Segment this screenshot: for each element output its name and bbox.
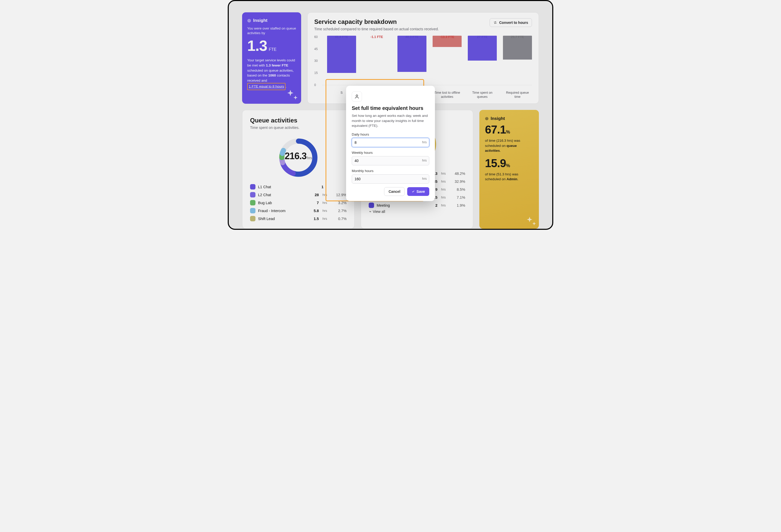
svg-point-1	[249, 20, 250, 21]
list-item: Meeting2hrs1.9%	[369, 203, 465, 208]
list-item: Fraud - Intercom5.8hrs2.7%	[250, 208, 346, 213]
chart-bar: 27 FTE	[468, 36, 497, 88]
chevron-down-icon	[369, 210, 372, 213]
sparkles-icon	[285, 88, 298, 102]
insight-value: 1.3	[247, 37, 267, 54]
monthly-hours-input[interactable]	[352, 174, 429, 183]
list-item: Shift Lead1.5hrs0.7%	[250, 216, 346, 221]
svg-point-15	[356, 95, 358, 96]
insight-overstaff-card: Insight You were over staffed on queue a…	[242, 12, 301, 104]
insight-time-card: Insight 67.1% of time (216.3 hrs) was sc…	[479, 110, 539, 229]
cancel-button[interactable]: Cancel	[384, 187, 405, 196]
chart-bar: 25.7 FTE	[503, 36, 532, 88]
chart-bar: -13.3 FTE	[433, 36, 462, 88]
service-capacity-subtitle: Time scheduled compared to time required…	[314, 27, 439, 31]
modal-description: Set how long an agent works each day, we…	[352, 113, 429, 128]
insight-subtext: You were over staffed on queue activitie…	[247, 26, 296, 35]
save-button[interactable]: Save	[407, 187, 429, 196]
fte-hours-modal: Set full time equivalent hours Set how l…	[346, 86, 435, 201]
person-icon	[352, 91, 362, 102]
service-capacity-title: Service capacity breakdown	[314, 18, 439, 26]
daily-hours-label: Daily hours	[352, 132, 429, 136]
target-icon	[247, 19, 251, 23]
modal-title: Set full time equivalent hours	[352, 105, 429, 111]
swap-icon	[493, 21, 497, 25]
sparkles-icon	[525, 215, 537, 227]
insight-body: Your target service levels could be met …	[247, 58, 296, 90]
svg-point-0	[248, 19, 251, 22]
insight-unit: FTE	[269, 47, 277, 52]
insight-heading: Insight	[253, 18, 268, 23]
svg-point-14	[486, 118, 488, 119]
svg-point-13	[486, 117, 488, 120]
convert-to-hours-button[interactable]: Convert to hours	[490, 18, 532, 27]
fte-hours-link[interactable]: 1 FTE equal to 8 hours	[247, 83, 286, 90]
view-all-link[interactable]: View all	[369, 209, 465, 214]
weekly-hours-input[interactable]	[352, 156, 429, 165]
monthly-hours-label: Monthly hours	[352, 169, 429, 173]
check-icon	[412, 190, 415, 193]
weekly-hours-label: Weekly hours	[352, 151, 429, 155]
target-icon	[485, 117, 489, 120]
daily-hours-input[interactable]	[352, 138, 429, 147]
